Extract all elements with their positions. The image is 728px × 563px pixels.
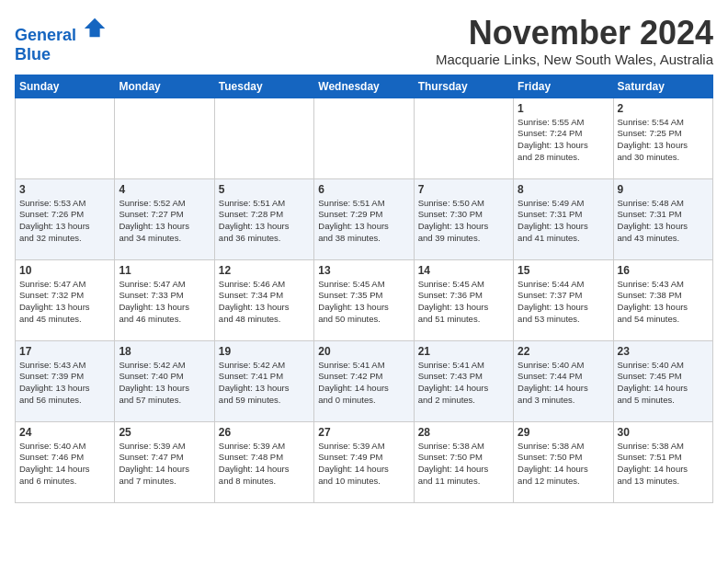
day-number: 13	[318, 264, 409, 277]
day-info: Sunrise: 5:54 AM Sunset: 7:25 PM Dayligh…	[618, 117, 709, 164]
day-info: Sunrise: 5:38 AM Sunset: 7:50 PM Dayligh…	[518, 441, 609, 488]
calendar-day-cell: 5Sunrise: 5:51 AM Sunset: 7:28 PM Daylig…	[214, 178, 313, 259]
day-info: Sunrise: 5:53 AM Sunset: 7:26 PM Dayligh…	[19, 198, 110, 245]
day-info: Sunrise: 5:42 AM Sunset: 7:40 PM Dayligh…	[119, 360, 210, 407]
day-info: Sunrise: 5:44 AM Sunset: 7:37 PM Dayligh…	[518, 279, 609, 326]
calendar-day-cell	[314, 98, 414, 178]
day-number: 30	[618, 426, 709, 439]
day-info: Sunrise: 5:47 AM Sunset: 7:33 PM Dayligh…	[119, 279, 210, 326]
day-info: Sunrise: 5:40 AM Sunset: 7:46 PM Dayligh…	[19, 441, 110, 488]
day-number: 3	[19, 183, 110, 196]
day-info: Sunrise: 5:49 AM Sunset: 7:31 PM Dayligh…	[518, 198, 609, 245]
calendar-day-cell: 7Sunrise: 5:50 AM Sunset: 7:30 PM Daylig…	[414, 178, 513, 259]
calendar-day-cell: 6Sunrise: 5:51 AM Sunset: 7:29 PM Daylig…	[314, 178, 414, 259]
day-number: 28	[418, 426, 509, 439]
calendar-day-cell: 12Sunrise: 5:46 AM Sunset: 7:34 PM Dayli…	[214, 259, 313, 340]
day-info: Sunrise: 5:50 AM Sunset: 7:30 PM Dayligh…	[418, 198, 509, 245]
month-title: November 2024	[436, 15, 713, 52]
day-number: 7	[418, 183, 509, 196]
calendar-week-row: 24Sunrise: 5:40 AM Sunset: 7:46 PM Dayli…	[16, 421, 713, 502]
day-number: 26	[219, 426, 310, 439]
calendar-day-cell: 29Sunrise: 5:38 AM Sunset: 7:50 PM Dayli…	[514, 421, 613, 502]
calendar-day-cell: 2Sunrise: 5:54 AM Sunset: 7:25 PM Daylig…	[613, 98, 712, 178]
weekday-header: Thursday	[414, 75, 513, 98]
day-number: 22	[518, 345, 609, 358]
day-info: Sunrise: 5:55 AM Sunset: 7:24 PM Dayligh…	[518, 117, 609, 164]
calendar-day-cell: 11Sunrise: 5:47 AM Sunset: 7:33 PM Dayli…	[115, 259, 214, 340]
day-info: Sunrise: 5:41 AM Sunset: 7:43 PM Dayligh…	[418, 360, 509, 407]
day-number: 11	[119, 264, 210, 277]
day-number: 2	[618, 102, 709, 115]
calendar-day-cell: 15Sunrise: 5:44 AM Sunset: 7:37 PM Dayli…	[514, 259, 613, 340]
day-info: Sunrise: 5:43 AM Sunset: 7:38 PM Dayligh…	[618, 279, 709, 326]
logo-icon	[83, 15, 108, 40]
calendar-week-row: 1Sunrise: 5:55 AM Sunset: 7:24 PM Daylig…	[16, 98, 713, 178]
day-info: Sunrise: 5:39 AM Sunset: 7:48 PM Dayligh…	[219, 441, 310, 488]
calendar-day-cell: 21Sunrise: 5:41 AM Sunset: 7:43 PM Dayli…	[414, 340, 513, 421]
day-number: 29	[518, 426, 609, 439]
calendar-day-cell: 8Sunrise: 5:49 AM Sunset: 7:31 PM Daylig…	[514, 178, 613, 259]
calendar-day-cell: 20Sunrise: 5:41 AM Sunset: 7:42 PM Dayli…	[314, 340, 414, 421]
calendar-week-row: 3Sunrise: 5:53 AM Sunset: 7:26 PM Daylig…	[16, 178, 713, 259]
calendar-day-cell: 26Sunrise: 5:39 AM Sunset: 7:48 PM Dayli…	[214, 421, 313, 502]
calendar-day-cell	[414, 98, 513, 178]
calendar-day-cell	[16, 98, 115, 178]
calendar-day-cell: 28Sunrise: 5:38 AM Sunset: 7:50 PM Dayli…	[414, 421, 513, 502]
calendar-day-cell: 14Sunrise: 5:45 AM Sunset: 7:36 PM Dayli…	[414, 259, 513, 340]
day-info: Sunrise: 5:47 AM Sunset: 7:32 PM Dayligh…	[19, 279, 110, 326]
calendar-day-cell: 18Sunrise: 5:42 AM Sunset: 7:40 PM Dayli…	[115, 340, 214, 421]
calendar-day-cell	[214, 98, 313, 178]
day-number: 4	[119, 183, 210, 196]
day-number: 17	[19, 345, 110, 358]
day-number: 24	[19, 426, 110, 439]
calendar-day-cell: 27Sunrise: 5:39 AM Sunset: 7:49 PM Dayli…	[314, 421, 414, 502]
day-number: 5	[219, 183, 310, 196]
day-info: Sunrise: 5:46 AM Sunset: 7:34 PM Dayligh…	[219, 279, 310, 326]
weekday-header-row: SundayMondayTuesdayWednesdayThursdayFrid…	[16, 75, 713, 98]
page-header: General Blue November 2024 Macquarie Lin…	[15, 15, 713, 67]
calendar-body: 1Sunrise: 5:55 AM Sunset: 7:24 PM Daylig…	[16, 98, 713, 502]
calendar-day-cell: 9Sunrise: 5:48 AM Sunset: 7:31 PM Daylig…	[613, 178, 712, 259]
day-info: Sunrise: 5:52 AM Sunset: 7:27 PM Dayligh…	[119, 198, 210, 245]
title-block: November 2024 Macquarie Links, New South…	[436, 15, 713, 67]
logo-line2: Blue	[15, 45, 108, 64]
location-subtitle: Macquarie Links, New South Wales, Austra…	[436, 52, 713, 67]
svg-marker-0	[85, 18, 105, 38]
calendar-day-cell: 17Sunrise: 5:43 AM Sunset: 7:39 PM Dayli…	[16, 340, 115, 421]
day-number: 27	[318, 426, 409, 439]
day-number: 12	[219, 264, 310, 277]
calendar-day-cell: 19Sunrise: 5:42 AM Sunset: 7:41 PM Dayli…	[214, 340, 313, 421]
calendar-day-cell: 30Sunrise: 5:38 AM Sunset: 7:51 PM Dayli…	[613, 421, 712, 502]
calendar-day-cell: 1Sunrise: 5:55 AM Sunset: 7:24 PM Daylig…	[514, 98, 613, 178]
calendar-week-row: 17Sunrise: 5:43 AM Sunset: 7:39 PM Dayli…	[16, 340, 713, 421]
weekday-header: Saturday	[613, 75, 712, 98]
day-info: Sunrise: 5:43 AM Sunset: 7:39 PM Dayligh…	[19, 360, 110, 407]
day-info: Sunrise: 5:42 AM Sunset: 7:41 PM Dayligh…	[219, 360, 310, 407]
day-info: Sunrise: 5:39 AM Sunset: 7:47 PM Dayligh…	[119, 441, 210, 488]
calendar-week-row: 10Sunrise: 5:47 AM Sunset: 7:32 PM Dayli…	[16, 259, 713, 340]
calendar-day-cell: 24Sunrise: 5:40 AM Sunset: 7:46 PM Dayli…	[16, 421, 115, 502]
weekday-header: Wednesday	[314, 75, 414, 98]
calendar-day-cell	[115, 98, 214, 178]
day-info: Sunrise: 5:51 AM Sunset: 7:29 PM Dayligh…	[318, 198, 409, 245]
day-info: Sunrise: 5:38 AM Sunset: 7:50 PM Dayligh…	[418, 441, 509, 488]
day-number: 9	[618, 183, 709, 196]
day-info: Sunrise: 5:40 AM Sunset: 7:45 PM Dayligh…	[618, 360, 709, 407]
calendar-day-cell: 23Sunrise: 5:40 AM Sunset: 7:45 PM Dayli…	[613, 340, 712, 421]
weekday-header: Sunday	[16, 75, 115, 98]
calendar-day-cell: 22Sunrise: 5:40 AM Sunset: 7:44 PM Dayli…	[514, 340, 613, 421]
day-info: Sunrise: 5:51 AM Sunset: 7:28 PM Dayligh…	[219, 198, 310, 245]
day-number: 10	[19, 264, 110, 277]
calendar-table: SundayMondayTuesdayWednesdayThursdayFrid…	[15, 75, 713, 503]
day-info: Sunrise: 5:48 AM Sunset: 7:31 PM Dayligh…	[618, 198, 709, 245]
calendar-day-cell: 16Sunrise: 5:43 AM Sunset: 7:38 PM Dayli…	[613, 259, 712, 340]
day-number: 23	[618, 345, 709, 358]
day-info: Sunrise: 5:40 AM Sunset: 7:44 PM Dayligh…	[518, 360, 609, 407]
weekday-header: Friday	[514, 75, 613, 98]
day-number: 6	[318, 183, 409, 196]
day-info: Sunrise: 5:41 AM Sunset: 7:42 PM Dayligh…	[318, 360, 409, 407]
logo-text: General	[15, 15, 108, 45]
day-info: Sunrise: 5:38 AM Sunset: 7:51 PM Dayligh…	[618, 441, 709, 488]
day-info: Sunrise: 5:45 AM Sunset: 7:36 PM Dayligh…	[418, 279, 509, 326]
calendar-day-cell: 25Sunrise: 5:39 AM Sunset: 7:47 PM Dayli…	[115, 421, 214, 502]
